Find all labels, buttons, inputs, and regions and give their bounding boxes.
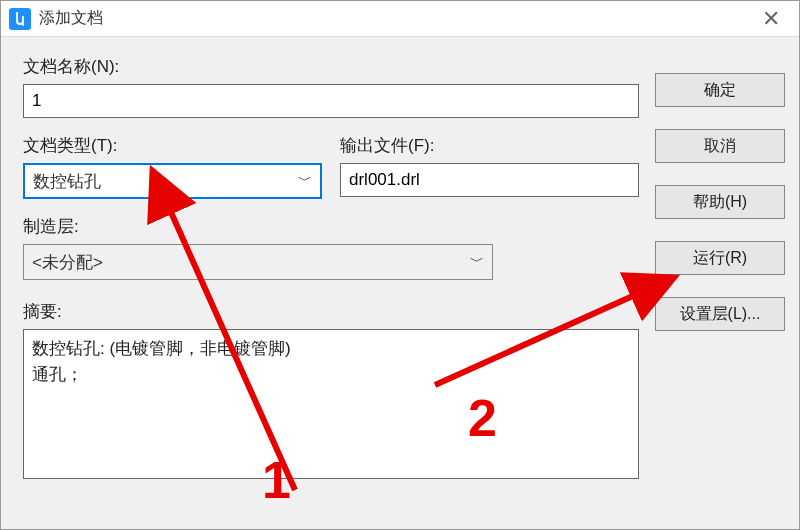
doc-type-dropdown[interactable]: 数控钻孔 ﹀ bbox=[23, 163, 322, 199]
chevron-down-icon: ﹀ bbox=[470, 253, 484, 271]
titlebar: 添加文档 ✕ bbox=[1, 1, 799, 37]
mfg-layer-value: <未分配> bbox=[32, 251, 103, 274]
doc-type-value: 数控钻孔 bbox=[33, 170, 101, 193]
window-title: 添加文档 bbox=[39, 8, 751, 29]
chevron-down-icon: ﹀ bbox=[298, 172, 312, 190]
doc-type-label: 文档类型(T): bbox=[23, 134, 322, 157]
doc-name-label: 文档名称(N): bbox=[23, 55, 639, 78]
summary-textarea[interactable]: 数控钻孔: (电镀管脚，非电镀管脚) 通孔； bbox=[23, 329, 639, 479]
content-area: 文档名称(N): 文档类型(T): 数控钻孔 ﹀ 输出文件(F): 制造层: bbox=[1, 37, 799, 529]
button-column: 确定 取消 帮助(H) 运行(R) 设置层(L)... bbox=[655, 55, 785, 519]
form-column: 文档名称(N): 文档类型(T): 数控钻孔 ﹀ 输出文件(F): 制造层: bbox=[23, 55, 639, 519]
help-button[interactable]: 帮助(H) bbox=[655, 185, 785, 219]
doc-name-input[interactable] bbox=[23, 84, 639, 118]
dialog-window: 添加文档 ✕ 文档名称(N): 文档类型(T): 数控钻孔 ﹀ 输出文件(F): bbox=[0, 0, 800, 530]
cancel-button[interactable]: 取消 bbox=[655, 129, 785, 163]
close-icon[interactable]: ✕ bbox=[751, 6, 791, 32]
set-layer-button[interactable]: 设置层(L)... bbox=[655, 297, 785, 331]
mfg-layer-dropdown[interactable]: <未分配> ﹀ bbox=[23, 244, 493, 280]
run-button[interactable]: 运行(R) bbox=[655, 241, 785, 275]
ok-button[interactable]: 确定 bbox=[655, 73, 785, 107]
app-icon bbox=[9, 8, 31, 30]
mfg-layer-label: 制造层: bbox=[23, 215, 639, 238]
output-file-label: 输出文件(F): bbox=[340, 134, 639, 157]
output-file-input[interactable] bbox=[340, 163, 639, 197]
summary-label: 摘要: bbox=[23, 300, 639, 323]
